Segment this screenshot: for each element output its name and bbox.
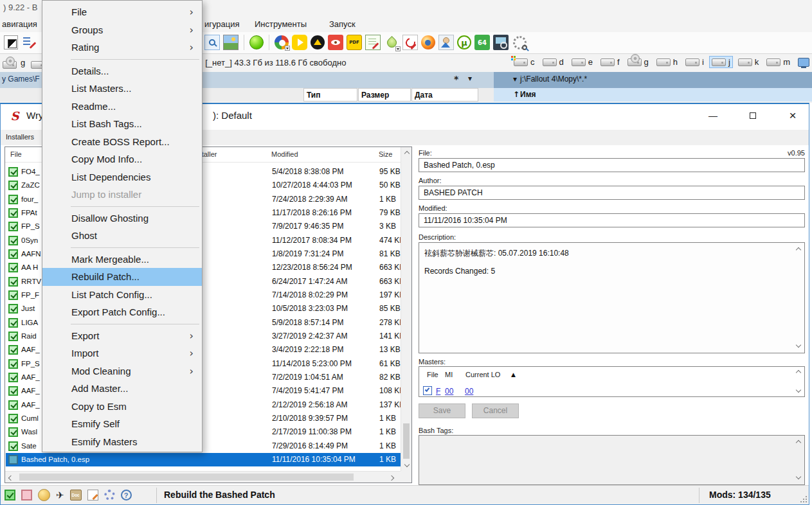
scroll-down-icon[interactable] (795, 343, 801, 349)
utorrent-icon[interactable]: µ (457, 35, 471, 49)
gear-search-icon[interactable] (512, 35, 527, 50)
menu-item-list-dependencies[interactable]: List Dependencies (42, 168, 202, 186)
color-ring-icon[interactable] (275, 35, 289, 49)
menu-item-groups[interactable]: Groups› (42, 21, 202, 39)
drive-button-i[interactable]: i (683, 56, 707, 68)
master-file-fragment[interactable]: F (436, 387, 440, 396)
menu-item-mod-cleaning[interactable]: Mod Cleaning› (42, 362, 202, 380)
scroll-up-icon[interactable] (795, 369, 801, 375)
master-lo-value[interactable]: 00 (465, 387, 473, 396)
mod-checkbox-checked[interactable] (8, 345, 18, 355)
mod-checkbox-checked[interactable] (8, 373, 18, 382)
header-file[interactable]: File (10, 150, 22, 158)
help-icon[interactable]: ? (121, 490, 132, 501)
file-input[interactable]: Bashed Patch, 0.esp (419, 158, 805, 172)
drive-button-c[interactable]: c (511, 56, 537, 68)
mod-checkbox-checked[interactable] (8, 263, 18, 272)
player-icon[interactable] (311, 35, 325, 49)
mod-checkbox-checked[interactable] (8, 400, 18, 410)
column-date[interactable]: Дата (411, 88, 478, 102)
checked-box-icon[interactable] (5, 490, 15, 501)
menu-item-ghost[interactable]: Ghost (42, 227, 202, 245)
menu-item-details[interactable]: Details... (42, 62, 202, 80)
drive-letter-left[interactable]: g (21, 58, 25, 67)
master-checkbox[interactable] (423, 386, 432, 395)
horizontal-scrollbar[interactable] (5, 471, 401, 483)
drive-button-g[interactable]: g (625, 56, 651, 68)
menu-item-list-masters[interactable]: List Masters... (42, 80, 202, 98)
search-icon[interactable] (204, 35, 220, 50)
cancel-button[interactable]: Cancel (472, 403, 519, 418)
cd-drive-icon[interactable] (3, 61, 17, 69)
menubar-item-run[interactable]: Запуск (329, 19, 356, 29)
scroll-down-icon[interactable] (795, 475, 801, 481)
mod-checkbox-checked[interactable] (8, 249, 18, 259)
minimize-button[interactable]: — (698, 105, 728, 126)
menu-item-list-bash-tags[interactable]: List Bash Tags... (42, 115, 202, 133)
mod-checkbox-checked[interactable] (8, 181, 18, 190)
menu-item-create-boss-report[interactable]: Create BOSS Report... (42, 133, 202, 151)
mod-checkbox-checked[interactable] (8, 208, 18, 218)
bash-tags-box[interactable] (419, 435, 805, 485)
scroll-up-icon[interactable] (795, 247, 801, 253)
mod-checkbox-checked[interactable] (8, 441, 18, 451)
description-box[interactable]: 袨斜薪芯胁谢械薪芯: 05.07.2019 16:10:48 Records C… (419, 242, 805, 353)
mod-checkbox-checked[interactable] (8, 222, 18, 231)
mod-checkbox-checked[interactable] (8, 236, 18, 245)
menu-item-mark-mergeable[interactable]: Mark Mergeable... (42, 251, 202, 269)
mod-checkbox-checked[interactable] (8, 195, 18, 204)
vault-boy-icon[interactable] (38, 489, 50, 501)
right-panel-path[interactable]: j:\Fallout 4\Mopy\*.* (520, 75, 587, 84)
masters-header-file[interactable]: File (427, 371, 438, 378)
edit-list-icon[interactable] (21, 35, 37, 50)
mod-checkbox-checked[interactable] (8, 318, 18, 328)
scroll-down-icon[interactable] (795, 388, 801, 394)
drive-button-f[interactable]: f (598, 56, 622, 68)
mod-checkbox-checked[interactable] (8, 304, 18, 314)
download-user-icon[interactable] (438, 35, 454, 50)
dropdown-arrow-icon[interactable] (395, 46, 401, 51)
image-viewer-icon[interactable] (223, 35, 239, 50)
menu-item-readme[interactable]: Readme... (42, 98, 202, 116)
mod-checkbox-checked[interactable] (8, 167, 18, 177)
header-modified[interactable]: Modified (271, 150, 298, 158)
path-dropdown-icon[interactable]: ▾ (468, 74, 472, 83)
menu-item-import[interactable]: Import› (42, 344, 202, 362)
menu-item-esmify-masters[interactable]: Esmify Masters (42, 433, 202, 451)
mod-checkbox-checked[interactable] (8, 427, 18, 437)
doc-icon[interactable]: Doc (70, 490, 82, 501)
invert-selection-icon[interactable] (4, 35, 18, 49)
horizontal-scroll-thumb[interactable] (19, 474, 354, 481)
drive-button-h[interactable]: h (654, 56, 680, 68)
mod-checkbox-checked[interactable] (8, 332, 18, 341)
column-type[interactable]: Тип (303, 88, 357, 102)
resize-grip[interactable] (800, 496, 807, 502)
monitor-search-icon[interactable] (493, 35, 509, 50)
left-panel-path[interactable]: y Games\F (2, 75, 40, 84)
scroll-right-icon[interactable] (390, 475, 395, 481)
masters-table[interactable]: File MI Current LO ▲ F 00 00 (419, 366, 805, 397)
plane-icon[interactable]: ✈ (56, 490, 64, 501)
menubar-item-configuration[interactable]: игурация (204, 19, 240, 29)
tab-installers[interactable]: Installers (6, 133, 34, 141)
mod-checkbox-special[interactable] (8, 455, 18, 465)
unchecked-box-icon[interactable] (21, 490, 32, 501)
network-drive-button[interactable]: \ (795, 56, 812, 68)
settings-gear-icon[interactable] (104, 490, 115, 501)
filter-star[interactable]: * (454, 74, 458, 84)
viewer-eye-icon[interactable] (328, 35, 343, 50)
menu-item-add-master[interactable]: Add Master... (42, 380, 202, 398)
menu-item-export-patch-config[interactable]: Export Patch Config... (42, 303, 202, 321)
vertical-scrollbar[interactable] (401, 147, 411, 472)
scroll-down-icon[interactable] (404, 463, 410, 468)
menubar-item-tools[interactable]: Инструменты (255, 19, 307, 29)
drive-button-d[interactable]: d (540, 56, 566, 68)
masters-header-mi[interactable]: MI (445, 371, 453, 378)
menu-item-file[interactable]: File› (42, 3, 202, 21)
menu-item-disallow-ghosting[interactable]: Disallow Ghosting (42, 209, 202, 227)
maximize-button[interactable] (738, 105, 768, 126)
column-name[interactable]: ↑ Имя (494, 88, 812, 102)
close-button[interactable]: × (778, 105, 807, 126)
menu-item-list-patch-config[interactable]: List Patch Config... (42, 286, 202, 304)
master-mi-value[interactable]: 00 (445, 387, 453, 396)
